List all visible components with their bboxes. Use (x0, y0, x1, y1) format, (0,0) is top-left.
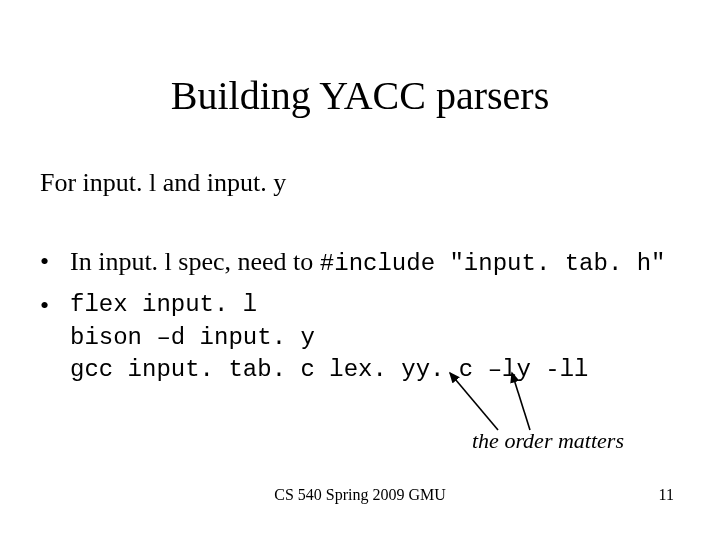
bullet-list: • In input. l spec, need to #include "in… (40, 245, 700, 396)
arrows-icon (380, 365, 580, 435)
svg-line-0 (450, 373, 498, 430)
slide-title: Building YACC parsers (0, 72, 720, 119)
slide-subtitle: For input. l and input. y (40, 168, 286, 198)
svg-line-1 (512, 373, 530, 430)
footer-text: CS 540 Spring 2009 GMU (0, 486, 720, 504)
page-number: 11 (659, 486, 674, 504)
bullet-item: • In input. l spec, need to #include "in… (40, 245, 700, 279)
slide: Building YACC parsers For input. l and i… (0, 0, 720, 540)
bullet-body: In input. l spec, need to #include "inpu… (70, 245, 700, 279)
bullet-text: In input. l spec, need to (70, 247, 320, 276)
annotation-note: the order matters (472, 428, 624, 454)
inline-code: #include "input. tab. h" (320, 250, 666, 277)
bullet-item: • flex input. l bison –d input. y gcc in… (40, 289, 700, 386)
bullet-dot-icon: • (40, 245, 70, 279)
bullet-dot-icon: • (40, 289, 70, 323)
